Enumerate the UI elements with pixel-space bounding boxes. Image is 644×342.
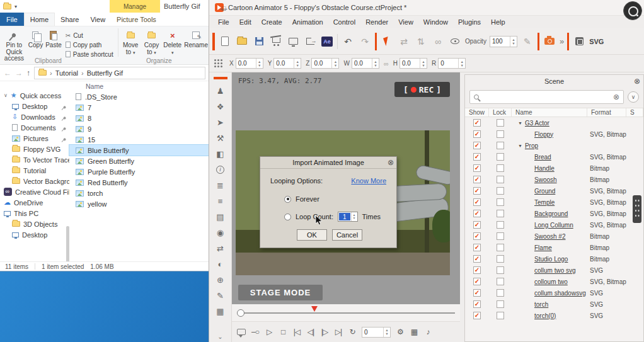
- spinner-arrows[interactable]: ▲▼: [510, 37, 517, 47]
- save-project-icon[interactable]: [252, 34, 266, 49]
- lock-checkbox[interactable]: [497, 164, 504, 172]
- scroll-more-icon[interactable]: ⌄: [217, 333, 222, 340]
- layer-name-link[interactable]: collum shadowsvg: [534, 290, 586, 297]
- column-header-show[interactable]: Show: [465, 108, 489, 117]
- capture-lens-button[interactable]: [623, 1, 642, 20]
- show-checkbox[interactable]: ✓: [473, 176, 481, 183]
- menu-control[interactable]: Control: [328, 18, 360, 26]
- sidebar-item-to-vector-trace[interactable]: To Vector Trace: [0, 154, 69, 165]
- motion-tool-icon[interactable]: ➤: [213, 115, 228, 130]
- actor-tool-icon[interactable]: ♟: [213, 83, 228, 98]
- menu-help[interactable]: Help: [486, 18, 510, 26]
- transform-x-field[interactable]: 0.0▲▼: [236, 58, 263, 69]
- file-item-torch[interactable]: torch: [69, 188, 209, 198]
- prev-frame-button[interactable]: ◁|: [306, 326, 315, 338]
- file-item-15[interactable]: 15: [69, 134, 209, 145]
- grid-view-button[interactable]: ▦: [410, 326, 418, 338]
- file-item-8[interactable]: 8: [69, 113, 209, 123]
- cancel-button[interactable]: Cancel: [332, 229, 362, 241]
- lock-checkbox[interactable]: [497, 278, 504, 285]
- ca-titlebar[interactable]: Cartoon Animator 5 - Floppy's Obstacle C…: [209, 0, 644, 16]
- lock-checkbox[interactable]: [497, 176, 504, 183]
- dialog-titlebar[interactable]: Import Animated Image ⊗: [260, 157, 396, 169]
- paint-icon[interactable]: ✎: [520, 34, 534, 49]
- content-store-icon[interactable]: [269, 34, 283, 49]
- loop-button[interactable]: ↻: [348, 326, 357, 338]
- show-checkbox[interactable]: ✓: [473, 164, 481, 172]
- timeline[interactable]: [232, 304, 460, 322]
- sidebar-item-quick-access[interactable]: ∨★Quick access: [0, 90, 69, 101]
- sidebar-scrollbar[interactable]: [66, 226, 69, 261]
- spinner-arrows[interactable]: ▲▼: [420, 59, 427, 68]
- link-scale-icon[interactable]: ∞: [384, 60, 389, 67]
- playhead-marker[interactable]: [311, 306, 318, 312]
- menu-render[interactable]: Render: [360, 18, 393, 26]
- show-checkbox[interactable]: ✓: [473, 266, 481, 274]
- copy-button[interactable]: Copy: [27, 28, 44, 50]
- visibility-eye-icon[interactable]: [448, 34, 462, 49]
- undo-icon[interactable]: ↶: [341, 34, 355, 49]
- layer-name-link[interactable]: Floppy: [534, 131, 553, 138]
- show-checkbox[interactable]: ✓: [473, 244, 481, 251]
- layer-name-link[interactable]: Prop: [525, 142, 538, 149]
- rename-button[interactable]: Rename: [183, 28, 209, 50]
- spinner-arrows[interactable]: ▲▼: [383, 328, 390, 337]
- column-header-name[interactable]: Name: [512, 108, 587, 117]
- lock-checkbox[interactable]: [497, 266, 504, 274]
- stage-viewport[interactable]: FPS: 3.47, AVG: 2.77 [ REC ] STAGE MODE …: [232, 72, 460, 304]
- scene-row-studio-logo[interactable]: ✓Studio LogoBitmap: [465, 253, 643, 265]
- sidebar-item-desktop[interactable]: Desktop: [0, 229, 69, 240]
- transform-r-field[interactable]: 0▲▼: [438, 58, 466, 69]
- redo-icon[interactable]: ↷: [358, 34, 372, 49]
- search-options-chevron-icon[interactable]: ∨: [628, 91, 639, 103]
- breadcrumb-butterfly-gif[interactable]: Butterfly Gif: [87, 69, 123, 77]
- show-checkbox[interactable]: ✓: [473, 232, 481, 240]
- audio-button[interactable]: ♪: [423, 326, 432, 338]
- lock-checkbox[interactable]: [497, 153, 504, 161]
- layer-name-link[interactable]: Swoosh: [534, 176, 557, 183]
- sidebar-item-tutorial[interactable]: Tutorial: [0, 165, 69, 176]
- file-item-ds-store[interactable]: .DS_Store: [69, 91, 209, 102]
- show-checkbox[interactable]: ✓: [473, 153, 481, 161]
- layer-name-link[interactable]: Temple: [534, 199, 555, 206]
- spinner-arrows[interactable]: ▲▼: [351, 212, 357, 221]
- sidebar-item-floppy-svg[interactable]: Floppy SVG: [0, 144, 69, 154]
- lock-checkbox[interactable]: [497, 187, 504, 195]
- layer-name-link[interactable]: G3 Actor: [525, 120, 549, 127]
- lock-checkbox[interactable]: [497, 221, 504, 229]
- sidebar-item-onedrive[interactable]: ☁OneDrive: [0, 197, 69, 208]
- sidebar-item-desktop[interactable]: Desktop: [0, 101, 69, 111]
- show-checkbox[interactable]: ✓: [473, 187, 481, 195]
- forever-radio[interactable]: [284, 196, 291, 203]
- lock-checkbox[interactable]: [497, 255, 504, 263]
- transform-z-field[interactable]: 0.0▲▼: [311, 58, 339, 69]
- menu-create[interactable]: Create: [256, 18, 287, 26]
- scene-row-swoosh-2[interactable]: ✓Swoosh #2Bitmap: [465, 231, 643, 242]
- next-frame-button[interactable]: |▷: [320, 326, 329, 338]
- lock-checkbox[interactable]: [497, 312, 504, 319]
- forward-button[interactable]: →: [15, 69, 23, 77]
- show-checkbox[interactable]: ✓: [473, 278, 481, 285]
- layer-tool-icon[interactable]: ▤: [213, 209, 228, 224]
- layer-name-link[interactable]: Long Collumn: [534, 222, 573, 229]
- flip-vertical-icon[interactable]: ⇅: [414, 34, 428, 49]
- tab-view[interactable]: View: [84, 13, 111, 26]
- lock-checkbox[interactable]: [497, 232, 504, 240]
- collapse-arrow-icon[interactable]: ▼: [518, 121, 522, 125]
- open-project-icon[interactable]: [235, 34, 249, 49]
- menu-animation[interactable]: Animation: [287, 18, 328, 26]
- tab-share[interactable]: Share: [55, 13, 84, 26]
- show-checkbox[interactable]: ✓: [473, 119, 481, 127]
- copy-path-button[interactable]: Copy path: [66, 40, 113, 49]
- menu-window[interactable]: Window: [418, 18, 453, 26]
- spinner-arrows[interactable]: ▲▼: [372, 59, 379, 68]
- scene-row-swoosh[interactable]: ✓SwooshBitmap: [465, 174, 643, 185]
- adjust-tool-icon[interactable]: ≣: [213, 178, 228, 193]
- paint-tool-icon[interactable]: ✎: [213, 288, 228, 303]
- camera-tool-icon[interactable]: ◉: [213, 225, 228, 240]
- lock-checkbox[interactable]: [497, 300, 504, 308]
- loop-count-option[interactable]: Loop Count: 1 ▲▼ Times: [284, 212, 381, 222]
- transform-y-field[interactable]: 0.0▲▼: [273, 58, 301, 69]
- tab-home[interactable]: Home: [24, 13, 55, 26]
- spinner-arrows[interactable]: ▲▼: [331, 59, 338, 68]
